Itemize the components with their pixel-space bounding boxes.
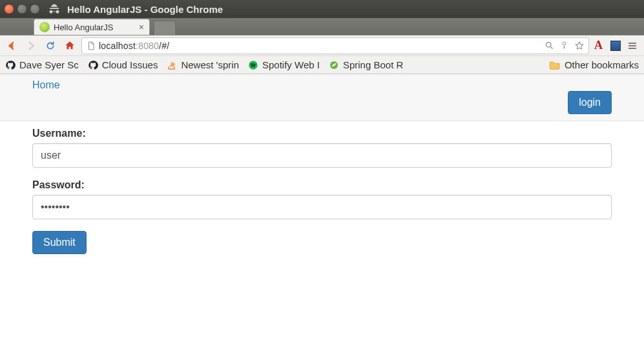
bookmark-label: Spotify Web I — [262, 59, 320, 70]
extension-swatch-icon[interactable] — [610, 41, 621, 51]
browser-tab[interactable]: Hello AngularJS × — [34, 19, 150, 35]
incognito-icon — [48, 3, 61, 15]
username-label: Username: — [32, 128, 612, 139]
bookmark-item[interactable]: Spotify Web I — [248, 59, 320, 70]
other-bookmarks[interactable]: Other bookmarks — [549, 59, 639, 70]
bookmark-label: Dave Syer Sc — [19, 59, 79, 70]
url-text: localhost:8080/#/ — [99, 41, 542, 51]
menu-button[interactable] — [627, 41, 638, 51]
urlbar-actions — [545, 41, 585, 51]
spotify-icon — [248, 60, 258, 70]
url-port: :8080 — [136, 41, 159, 51]
other-bookmarks-label: Other bookmarks — [565, 59, 639, 70]
extension-a-icon[interactable]: A — [593, 39, 604, 52]
bookmark-label: Cloud Issues — [102, 59, 158, 70]
tab-close-button[interactable]: × — [139, 22, 144, 32]
window-controls — [4, 4, 40, 14]
tab-strip: Hello AngularJS × — [0, 18, 644, 35]
new-tab-button[interactable] — [154, 21, 176, 35]
submit-button[interactable]: Submit — [32, 231, 87, 254]
bookmark-item[interactable]: Cloud Issues — [88, 59, 158, 70]
page-content: Home login Username: Password: Submit — [0, 74, 644, 261]
window-title: Hello AngularJS - Google Chrome — [67, 4, 223, 15]
bookmark-item[interactable]: Dave Syer Sc — [5, 59, 79, 70]
bookmarks-bar: Dave Syer Sc Cloud Issues Newest 'sprin … — [0, 56, 644, 74]
login-form: Username: Password: Submit — [0, 121, 644, 261]
bookmark-item[interactable]: Newest 'sprin — [167, 59, 239, 70]
github-icon — [88, 60, 98, 70]
page-subheader: Home login — [0, 74, 644, 121]
url-host: localhost — [99, 41, 136, 51]
toolbar-right: A — [593, 39, 640, 52]
folder-icon — [549, 61, 561, 70]
favicon-icon — [39, 22, 50, 32]
bookmark-item[interactable]: Spring Boot R — [329, 59, 403, 70]
tab-title: Hello AngularJS — [54, 23, 114, 32]
stackoverflow-icon — [167, 60, 177, 70]
login-button[interactable]: login — [568, 91, 612, 114]
password-label: Password: — [32, 179, 612, 191]
window-close-button[interactable] — [4, 4, 14, 14]
bookmark-label: Spring Boot R — [343, 59, 403, 70]
nav-home-link[interactable]: Home — [32, 79, 60, 91]
permissions-icon[interactable] — [559, 41, 569, 50]
spring-icon — [329, 60, 339, 70]
bookmark-star-icon[interactable] — [574, 41, 585, 51]
forward-button[interactable] — [23, 38, 39, 54]
github-icon — [5, 60, 16, 70]
browser-toolbar: localhost:8080/#/ A — [0, 35, 644, 56]
reload-button[interactable] — [43, 38, 58, 54]
window-minimize-button[interactable] — [17, 4, 27, 14]
home-button[interactable] — [62, 38, 78, 54]
bookmark-label: Newest 'sprin — [181, 59, 239, 70]
address-bar[interactable]: localhost:8080/#/ — [81, 37, 589, 54]
username-input[interactable] — [32, 143, 612, 168]
window-maximize-button[interactable] — [30, 4, 40, 14]
back-button[interactable] — [4, 38, 19, 54]
page-info-icon[interactable] — [86, 41, 96, 51]
svg-point-1 — [563, 42, 566, 45]
url-path: /#/ — [159, 41, 169, 51]
window-titlebar: Hello AngularJS - Google Chrome — [0, 0, 644, 18]
password-input[interactable] — [32, 195, 612, 219]
zoom-icon[interactable] — [545, 41, 554, 50]
svg-point-0 — [546, 43, 552, 48]
